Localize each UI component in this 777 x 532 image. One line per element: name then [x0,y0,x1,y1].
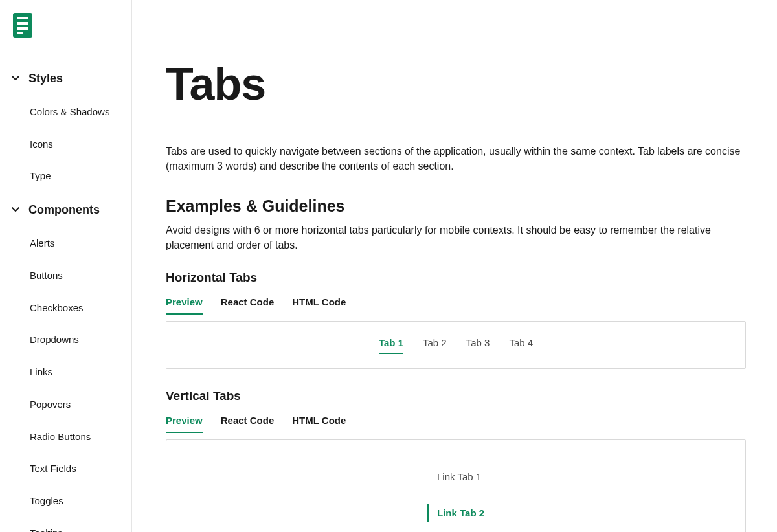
intro-paragraph: Tabs are used to quickly navigate betwee… [166,144,746,173]
sidebar-item-alerts[interactable]: Alerts [0,227,131,260]
main-content: Tabs Tabs are used to quickly navigate b… [132,0,777,532]
sidebar-item-toggles[interactable]: Toggles [0,485,131,517]
sidebar-section-components[interactable]: Components [0,192,131,227]
svg-rect-2 [17,22,28,25]
tab-preview[interactable]: Preview [166,295,203,315]
sidebar-section-styles[interactable]: Styles [0,61,131,96]
svg-rect-1 [17,17,28,19]
sidebar-item-popovers[interactable]: Popovers [0,388,131,421]
horizontal-tab-3[interactable]: Tab 3 [466,336,490,354]
page-title: Tabs [166,52,746,118]
horizontal-preview-panel: Tab 1 Tab 2 Tab 3 Tab 4 [166,321,746,369]
horizontal-tab-4[interactable]: Tab 4 [509,336,533,354]
guidelines-heading: Examples & Guidelines [166,194,746,217]
svg-rect-3 [17,27,28,30]
sidebar-section-label: Styles [28,70,63,87]
horizontal-heading: Horizontal Tabs [166,269,746,287]
vertical-heading: Vertical Tabs [166,387,746,405]
code-tabs-vertical: Preview React Code HTML Code [166,414,746,433]
sidebar-item-icons[interactable]: Icons [0,128,131,161]
sidebar: Styles Colors & Shadows Icons Type Compo… [0,0,132,532]
tab-react-code[interactable]: React Code [221,414,275,433]
sidebar-item-tooltips[interactable]: Tooltips [0,517,131,532]
tab-html-code[interactable]: HTML Code [292,295,346,315]
sidebar-section-label: Components [28,201,100,218]
tab-preview[interactable]: Preview [166,414,203,433]
guidelines-body: Avoid designs with 6 or more horizontal … [166,223,746,252]
vertical-tab-2[interactable]: Link Tab 2 [427,500,485,527]
sidebar-item-buttons[interactable]: Buttons [0,260,131,292]
sidebar-item-colors-shadows[interactable]: Colors & Shadows [0,96,131,128]
vertical-preview-panel: Link Tab 1 Link Tab 2 Link Tab 3 Link Ta… [166,439,746,532]
sidebar-item-radio-buttons[interactable]: Radio Buttons [0,421,131,453]
sidebar-item-type[interactable]: Type [0,160,131,192]
sidebar-item-links[interactable]: Links [0,356,131,388]
tab-html-code[interactable]: HTML Code [292,414,346,433]
tab-react-code[interactable]: React Code [221,295,275,315]
sidebar-item-text-fields[interactable]: Text Fields [0,452,131,485]
sidebar-item-checkboxes[interactable]: Checkboxes [0,292,131,324]
svg-rect-4 [17,32,23,34]
vertical-tab-1[interactable]: Link Tab 1 [427,463,485,491]
logo[interactable] [0,13,131,61]
chevron-down-icon [10,73,21,83]
horizontal-tab-1[interactable]: Tab 1 [379,336,403,354]
code-tabs-horizontal: Preview React Code HTML Code [166,295,746,315]
chevron-down-icon [10,205,21,215]
horizontal-tab-2[interactable]: Tab 2 [423,336,447,354]
sidebar-item-dropdowns[interactable]: Dropdowns [0,324,131,356]
